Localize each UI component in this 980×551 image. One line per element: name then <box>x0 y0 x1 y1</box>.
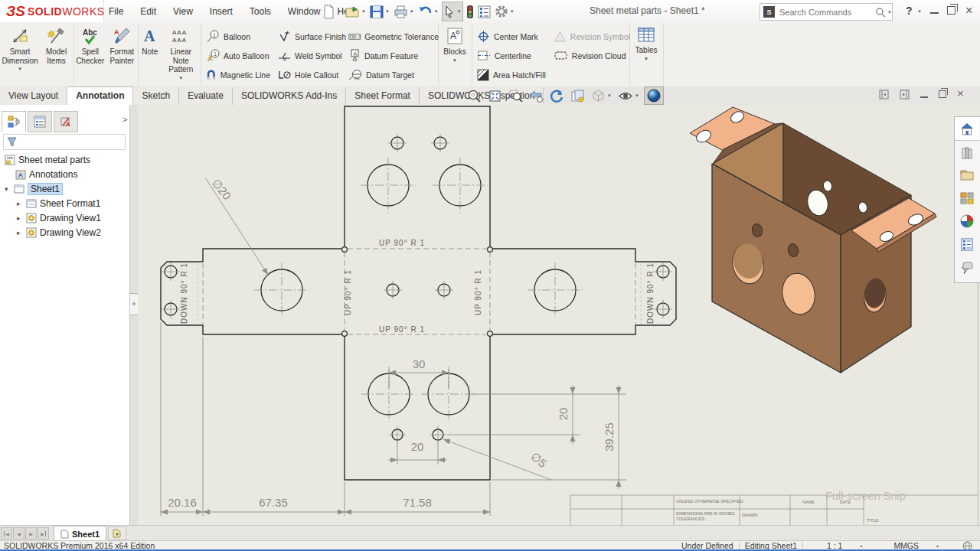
tab-sheet-format[interactable]: Sheet Format <box>346 87 420 105</box>
caret-down-icon[interactable]: ▼ <box>337 9 341 14</box>
undo-button[interactable]: ▼ <box>417 2 439 21</box>
linear-note-pattern-button[interactable]: AAA AAA Linear Note Pattern ▼ <box>162 23 201 86</box>
panel-expand-chevron[interactable]: > <box>122 115 127 124</box>
caret-down-icon[interactable]: ▼ <box>361 9 366 14</box>
tree-item-sheet1[interactable]: ▾ Sheet1 <box>5 182 63 196</box>
caret-down-icon[interactable]: ▼ <box>385 9 390 14</box>
doc-close-button[interactable]: × <box>957 86 964 99</box>
dimension-30[interactable]: 30 <box>389 357 449 388</box>
search-icon[interactable] <box>875 7 886 18</box>
menu-tools[interactable]: Tools <box>250 6 271 17</box>
task-pane-design-library-button[interactable] <box>955 164 979 187</box>
dimension-20-holes[interactable]: 20 <box>388 440 447 465</box>
spell-checker-button[interactable]: Abc Spell Checker <box>74 23 106 86</box>
tree-item-sheet-format1[interactable]: ▸ Sheet Format1 <box>17 197 100 210</box>
caret-down-icon[interactable]: ▼ <box>410 9 414 14</box>
scale-caret-icon[interactable]: ▲ <box>859 543 863 548</box>
expander-icon[interactable]: ▸ <box>17 214 23 222</box>
tree-item-drawing-view2[interactable]: ▸ Drawing View2 <box>17 226 101 240</box>
menu-edit[interactable]: Edit <box>140 6 156 17</box>
datum-feature-button[interactable]: A Datum Feature <box>348 46 439 65</box>
task-pane-custom-properties-button[interactable] <box>955 233 979 256</box>
drawing-sheet[interactable]: UP 90° R 1 UP 90° R 1 UP 90° R 1 UP 90° … <box>138 105 980 525</box>
tables-button[interactable]: Tables ▼ <box>630 23 662 86</box>
caret-down-icon[interactable]: ▼ <box>887 10 892 15</box>
tab-dimxpert[interactable]: A <box>54 111 78 132</box>
display-style-button[interactable]: ▼ <box>590 88 613 104</box>
rotate-view-button[interactable] <box>548 88 566 104</box>
dimension-6735[interactable]: 67.35 <box>203 482 345 516</box>
small-holes[interactable] <box>162 134 672 443</box>
auto-balloon-button[interactable]: 1 Auto Balloon <box>206 46 270 65</box>
task-pane-forum-button[interactable] <box>955 256 979 279</box>
help-caret-icon[interactable]: ▼ <box>917 9 922 14</box>
caret-down-icon[interactable]: ▼ <box>644 57 648 61</box>
caret-down-icon[interactable]: ▼ <box>178 76 183 80</box>
tab-evaluate[interactable]: Evaluate <box>179 87 233 105</box>
format-painter-button[interactable]: A Format Painter <box>106 23 139 86</box>
note-button[interactable]: A Note <box>139 23 162 86</box>
task-pane-resources-button[interactable] <box>955 141 979 164</box>
doc-restore-button[interactable] <box>939 90 946 98</box>
flat-pattern-view[interactable]: UP 90° R 1 UP 90° R 1 UP 90° R 1 UP 90° … <box>161 106 676 516</box>
expander-icon[interactable]: ▸ <box>17 229 23 236</box>
add-sheet-button[interactable] <box>108 527 126 540</box>
minimize-button[interactable] <box>930 12 939 14</box>
tree-item-drawing-view1[interactable]: ▸ Drawing View1 <box>17 211 101 225</box>
expander-open-icon[interactable]: ▾ <box>5 185 11 193</box>
hide-show-items-button[interactable]: ▼ <box>616 89 641 103</box>
hole-callout-button[interactable]: Hole Callout <box>278 65 346 84</box>
previous-view-button[interactable] <box>528 88 545 104</box>
tree-item-root[interactable]: Sheet metal parts <box>5 153 90 167</box>
expander-icon[interactable]: ▸ <box>17 200 23 207</box>
rebuild-button[interactable] <box>466 2 475 21</box>
caret-down-icon[interactable]: ▼ <box>18 67 22 71</box>
revision-cloud-button[interactable]: Revision Cloud <box>554 46 630 65</box>
dimension-dia20[interactable]: ∅20 <box>205 176 268 275</box>
datum-target-button[interactable]: A1 Datum Target <box>348 65 439 84</box>
task-pane-view-palette-button[interactable] <box>955 187 979 210</box>
tree-item-annotations[interactable]: A Annotations <box>15 168 77 181</box>
units-caret-icon[interactable]: ▲ <box>936 543 939 548</box>
caret-down-icon[interactable]: ▼ <box>510 9 514 14</box>
zoom-window-button[interactable] <box>466 88 483 104</box>
bend-notes[interactable]: UP 90° R 1 UP 90° R 1 UP 90° R 1 UP 90° … <box>180 239 655 334</box>
area-hatch-fill-button[interactable]: Area Hatch/Fill <box>477 65 546 84</box>
surface-finish-button[interactable]: Surface Finish <box>278 27 346 46</box>
menu-file[interactable]: File <box>109 6 123 17</box>
dimension-2016[interactable]: 20.16 <box>161 322 203 516</box>
weld-symbol-button[interactable]: Weld Symbol <box>278 46 346 65</box>
help-button[interactable]: ? <box>906 5 913 17</box>
file-properties-button[interactable] <box>477 2 492 21</box>
tab-property-manager[interactable] <box>28 111 52 132</box>
last-sheet-button[interactable]: ▶ <box>38 527 49 540</box>
caret-down-icon[interactable]: ▼ <box>434 9 439 14</box>
first-sheet-button[interactable]: ◀ <box>1 527 12 540</box>
view-settings-button[interactable] <box>644 86 664 105</box>
task-pane-home-button[interactable] <box>955 117 979 141</box>
caret-down-icon[interactable]: ▼ <box>607 93 612 98</box>
tab-sketch[interactable]: Sketch <box>133 87 179 105</box>
caret-down-icon[interactable]: ▼ <box>635 93 639 98</box>
search-input[interactable] <box>778 7 875 18</box>
menu-window[interactable]: Window <box>288 6 321 17</box>
search-commands-box[interactable]: S ▼ <box>760 3 893 21</box>
new-document-button[interactable]: ▼ <box>322 2 342 21</box>
geometric-tolerance-button[interactable]: 0.3 Geometric Tolerance <box>348 27 439 46</box>
zoom-to-area-button[interactable] <box>507 88 524 104</box>
tab-view-layout[interactable]: View Layout <box>0 87 67 105</box>
smart-dimension-button[interactable]: Smart Dimension ▼ <box>0 23 40 86</box>
menu-view[interactable]: View <box>173 6 193 17</box>
next-sheet-button[interactable]: ▶ <box>25 527 37 540</box>
options-button[interactable]: ▼ <box>494 2 515 21</box>
dimension-20-vertical[interactable]: 20 <box>447 385 626 444</box>
print-button[interactable]: ▼ <box>393 2 415 21</box>
blocks-button[interactable]: A Blocks ▼ <box>439 23 471 86</box>
view-sheets-button[interactable] <box>569 88 586 104</box>
isometric-3d-view[interactable] <box>690 107 936 373</box>
tab-annotation[interactable]: Annotation <box>67 86 133 105</box>
save-button[interactable]: ▼ <box>369 2 390 21</box>
magnetic-line-button[interactable]: Magnetic Line <box>206 65 270 84</box>
center-mark-button[interactable]: Center Mark <box>477 27 546 46</box>
tab-solidworks-add-ins[interactable]: SOLIDWORKS Add-Ins <box>233 87 346 105</box>
